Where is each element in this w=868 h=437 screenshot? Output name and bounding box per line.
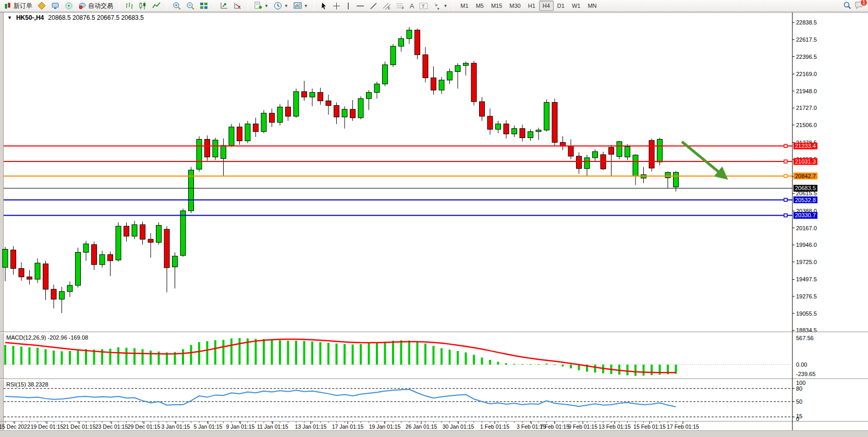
svg-text:15 Feb 01:15: 15 Feb 01:15: [633, 423, 666, 430]
zoom-out-button[interactable]: [184, 1, 197, 11]
svg-text:17 Jan 01:15: 17 Jan 01:15: [332, 423, 364, 430]
dropdown-caret[interactable]: ▼: [264, 4, 268, 8]
timeframe-m1[interactable]: M1: [457, 1, 472, 11]
svg-text:22169.0: 22169.0: [796, 71, 817, 77]
bar-chart-button[interactable]: [123, 1, 136, 11]
svg-text:19725.0: 19725.0: [796, 259, 817, 265]
symbol-period-label: HK50-,H4: [16, 14, 44, 21]
indicators-icon: [254, 2, 262, 10]
rsi-indicator-label: RSI(15) 38.2328: [6, 381, 48, 388]
chart-shift-button[interactable]: [217, 1, 231, 11]
trendline-tool-button[interactable]: [367, 1, 380, 11]
separator: [314, 1, 314, 10]
indicators-button[interactable]: ▼: [251, 1, 271, 11]
svg-text:7 Feb 01:15: 7 Feb 01:15: [540, 423, 569, 430]
svg-text:T: T: [422, 4, 425, 9]
timeframe-m30[interactable]: M30: [506, 1, 524, 11]
svg-text:-239.65: -239.65: [796, 371, 815, 377]
svg-text:19946.0: 19946.0: [796, 242, 817, 248]
fibonacci-icon: F: [396, 2, 405, 10]
arrows-icon: [433, 2, 441, 10]
horizontal-scrollbar[interactable]: [0, 430, 868, 437]
auto-trading-button[interactable]: 自动交易: [76, 1, 116, 11]
rhombus-icon: [38, 2, 46, 10]
svg-text:9 Feb 01:15: 9 Feb 01:15: [568, 423, 597, 430]
timeframe-w1[interactable]: W1: [568, 1, 584, 11]
timeframe-h1[interactable]: H1: [524, 1, 539, 11]
line-chart-button[interactable]: [150, 1, 163, 11]
dropdown-caret[interactable]: ▼: [443, 4, 447, 8]
svg-text:20167.0: 20167.0: [796, 225, 817, 231]
text-label-tool-button[interactable]: T: [417, 1, 431, 11]
arrows-tool-button[interactable]: ▼: [431, 1, 450, 11]
equidistant-channel-icon: E: [383, 2, 391, 10]
timeframe-h4[interactable]: H4: [539, 1, 554, 11]
timeframe-d1[interactable]: D1: [554, 1, 568, 11]
market-watch-button[interactable]: [35, 1, 48, 11]
notifications-button[interactable]: 1: [854, 1, 864, 11]
text-tool-button[interactable]: A: [407, 1, 417, 11]
separator: [248, 1, 248, 10]
candlestick-icon: [139, 2, 147, 10]
new-order-button[interactable]: 新订单: [2, 1, 35, 11]
arrange-group: [216, 0, 246, 11]
channel-tool-button[interactable]: E: [380, 1, 394, 11]
line-chart-icon: [152, 2, 161, 10]
timeframe-m15[interactable]: M15: [487, 1, 506, 11]
terminal-button[interactable]: [48, 1, 62, 11]
vertical-line-icon: [346, 2, 351, 10]
svg-text:22396.5: 22396.5: [796, 54, 817, 60]
tile-windows-icon: [200, 2, 208, 10]
separator: [166, 1, 167, 10]
trade-group: 新订单 自动交易: [0, 0, 117, 11]
separator: [214, 1, 214, 10]
zoom-in-button[interactable]: [170, 1, 184, 11]
svg-text:20330.7: 20330.7: [795, 212, 816, 218]
crosshair-tool-button[interactable]: [330, 1, 343, 11]
svg-text:30 Jan 01:15: 30 Jan 01:15: [443, 423, 474, 430]
svg-text:21948.0: 21948.0: [796, 88, 817, 94]
svg-text:29 Dec 01:15: 29 Dec 01:15: [128, 423, 161, 430]
auto-trading-icon: [78, 2, 87, 10]
new-order-icon: [4, 2, 12, 10]
timeframe-m5[interactable]: M5: [472, 1, 487, 11]
templates-button[interactable]: ▼: [291, 1, 311, 11]
dropdown-caret[interactable]: ▼: [304, 4, 308, 8]
svg-text:9 Jan 01:15: 9 Jan 01:15: [226, 423, 255, 430]
timeframe-mn[interactable]: MN: [584, 1, 600, 11]
chart-canvas[interactable]: 22838.522617.522396.522169.021948.021727…: [0, 12, 868, 430]
tile-windows-button[interactable]: [197, 1, 211, 11]
notification-badge[interactable]: 1: [860, 0, 867, 6]
fibonacci-tool-button[interactable]: F: [394, 1, 407, 11]
periods-button[interactable]: ▼: [271, 1, 291, 11]
cursor-icon: [320, 2, 327, 10]
chart-type-group: [121, 0, 165, 11]
separator: [119, 1, 119, 10]
dropdown-caret[interactable]: ▼: [284, 4, 288, 8]
clock-icon: [274, 2, 282, 10]
svg-text:11 Jan 01:15: 11 Jan 01:15: [257, 423, 288, 430]
auto-scroll-button[interactable]: [231, 1, 244, 11]
cursor-tool-button[interactable]: [317, 1, 330, 11]
svg-text:5 Jan 01:15: 5 Jan 01:15: [194, 423, 223, 430]
svg-text:22617.5: 22617.5: [796, 36, 817, 43]
auto-trading-label: 自动交易: [88, 2, 113, 10]
signal-button[interactable]: [62, 1, 76, 11]
svg-text:20683.5: 20683.5: [795, 185, 816, 191]
search-icon[interactable]: [843, 1, 851, 11]
svg-text:80: 80: [796, 385, 802, 392]
candlestick-button[interactable]: [136, 1, 150, 11]
svg-text:21233.4: 21233.4: [795, 143, 816, 149]
svg-text:13 Jan 01:15: 13 Jan 01:15: [295, 423, 327, 430]
zoom-in-icon: [173, 2, 181, 10]
svg-text:22838.5: 22838.5: [796, 19, 817, 26]
svg-text:19497.5: 19497.5: [796, 276, 817, 282]
svg-text:20842.7: 20842.7: [795, 173, 816, 179]
chart-shift-icon: [220, 2, 228, 10]
vertical-line-tool-button[interactable]: [343, 1, 353, 11]
horizontal-line-icon: [356, 2, 364, 10]
svg-text:21 Dec 01:15: 21 Dec 01:15: [63, 423, 96, 430]
collapse-triangle-icon[interactable]: ▼: [7, 15, 12, 20]
horizontal-line-tool-button[interactable]: [353, 1, 367, 11]
toolbar-right-group: 1: [843, 1, 868, 11]
